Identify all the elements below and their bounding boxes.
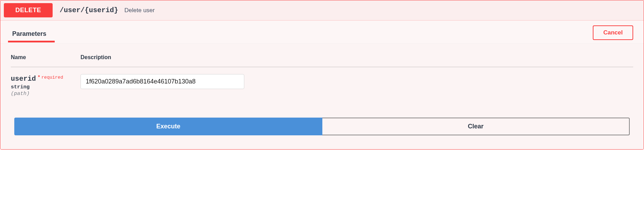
col-header-description: Description [80, 54, 633, 67]
tab-parameters[interactable]: Parameters [11, 27, 48, 42]
parameters-header: Parameters Cancel [0, 21, 644, 44]
endpoint-summary: Delete user [124, 7, 155, 14]
col-header-name: Name [11, 54, 80, 67]
operation-body: Parameters Cancel Name Description useri… [0, 21, 644, 149]
clear-button[interactable]: Clear [322, 118, 630, 135]
parameters-table: Name Description userid * required strin… [11, 54, 633, 111]
cancel-button[interactable]: Cancel [593, 25, 633, 40]
param-in: (path) [11, 91, 80, 97]
execute-button[interactable]: Execute [14, 118, 322, 135]
param-input-userid[interactable] [80, 74, 244, 89]
action-row: Execute Clear [0, 118, 644, 149]
table-row: userid * required string (path) [11, 67, 633, 111]
required-star-icon: * [37, 74, 40, 80]
method-badge: DELETE [4, 3, 53, 17]
param-required-label: required [41, 75, 63, 80]
operation-block: DELETE /user/{userid} Delete user Parame… [0, 0, 644, 150]
endpoint-path: /user/{userid} [60, 6, 118, 14]
param-name: userid [11, 75, 36, 83]
param-type: string [11, 84, 80, 90]
operation-summary-row[interactable]: DELETE /user/{userid} Delete user [0, 0, 644, 21]
